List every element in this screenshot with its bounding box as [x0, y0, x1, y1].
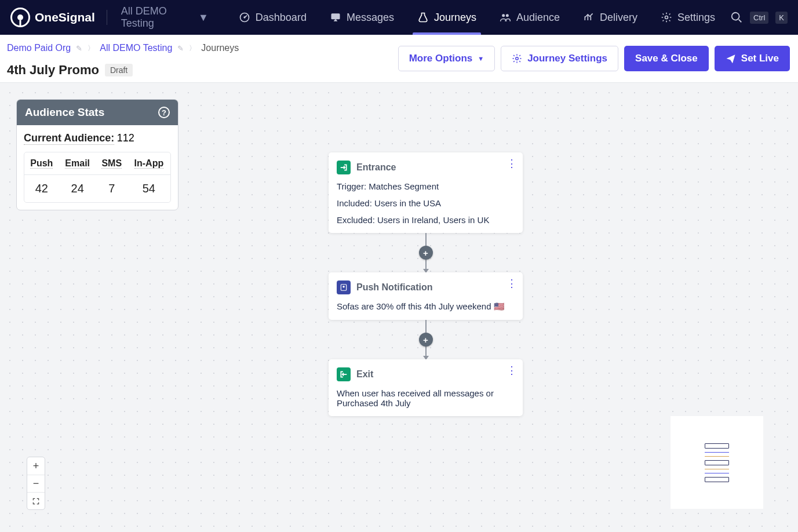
status-badge: Draft [105, 64, 133, 76]
nav-messages[interactable]: Messages [318, 0, 406, 35]
current-audience-label: Current Audience: [24, 132, 114, 145]
flask-icon [417, 12, 429, 23]
col-push: Push [30, 158, 53, 169]
help-icon[interactable]: ? [158, 107, 170, 118]
brand-name: OneSignal [35, 10, 95, 24]
node-menu-icon[interactable]: ⋮ [507, 278, 517, 289]
minimap[interactable] [671, 416, 763, 509]
minimap-node [705, 443, 729, 449]
gear-icon [661, 12, 672, 23]
fullscreen-button[interactable] [27, 492, 45, 509]
add-step-button[interactable]: + [419, 246, 433, 260]
node-push-title: Push Notification [356, 282, 433, 293]
col-email: Email [65, 158, 90, 169]
push-icon [337, 280, 351, 294]
node-entrance-title: Entrance [356, 162, 396, 173]
top-navbar: OneSignal All DEMO Testing ▼ Dashboard M… [0, 0, 798, 35]
chevron-right-icon: 〉 [88, 43, 94, 53]
node-entrance[interactable]: ⋮ Entrance Trigger: Matches Segment Incl… [329, 152, 523, 233]
nav-delivery[interactable]: Delivery [571, 0, 649, 35]
journey-settings-button[interactable]: Journey Settings [501, 46, 618, 71]
exit-icon [337, 367, 351, 381]
journey-settings-label: Journey Settings [527, 53, 607, 64]
more-options-button[interactable]: More Options ▼ [398, 46, 495, 71]
save-close-label: Save & Close [635, 53, 698, 64]
svg-point-6 [732, 13, 739, 20]
nav-settings[interactable]: Settings [649, 0, 727, 35]
audience-channels-table: Push Email SMS In-App 42 24 7 54 [24, 152, 171, 203]
breadcrumb-org[interactable]: Demo Paid Org [7, 43, 71, 53]
app-selector-dropdown[interactable]: All DEMO Testing ▼ [116, 2, 213, 33]
nav-audience-label: Audience [516, 12, 560, 24]
set-live-button[interactable]: Set Live [715, 46, 790, 71]
nav-journeys-label: Journeys [434, 12, 476, 24]
save-close-button[interactable]: Save & Close [624, 46, 709, 71]
edit-icon[interactable]: ✎ [177, 44, 184, 53]
chat-icon [330, 12, 341, 23]
svg-point-9 [342, 286, 345, 288]
minimap-node [705, 456, 729, 457]
minimap-node [705, 473, 729, 473]
node-menu-icon[interactable]: ⋮ [507, 365, 517, 376]
journey-canvas[interactable]: Audience Stats ? Current Audience: 112 P… [0, 83, 798, 532]
chevron-down-icon: ▼ [198, 12, 209, 24]
nav-journeys[interactable]: Journeys [406, 0, 488, 35]
chevron-right-icon: 〉 [189, 43, 196, 53]
divider [107, 10, 107, 25]
enter-icon [337, 161, 351, 174]
edit-icon[interactable]: ✎ [76, 44, 82, 53]
entrance-excluded: Excluded: Users in Ireland, Users in UK [337, 215, 515, 225]
entrance-trigger: Trigger: Matches Segment [337, 181, 515, 191]
paper-plane-icon [726, 53, 736, 64]
val-email: 24 [59, 175, 96, 202]
minimap-node [705, 452, 729, 453]
svg-rect-2 [331, 13, 340, 19]
nav-delivery-label: Delivery [600, 12, 637, 24]
zoom-controls: + − [27, 457, 45, 510]
zoom-in-button[interactable]: + [27, 457, 45, 475]
entrance-included: Included: Users in the USA [337, 198, 515, 208]
minimap-node [705, 477, 729, 482]
node-exit[interactable]: ⋮ Exit When user has received all messag… [329, 359, 523, 416]
val-inapp: 54 [127, 175, 170, 202]
onesignal-logo-icon [10, 8, 30, 27]
val-push: 42 [24, 175, 59, 202]
app-selector-label: All DEMO Testing [121, 5, 192, 30]
svg-point-3 [502, 14, 505, 17]
shortcut-k: K [775, 12, 788, 24]
set-live-label: Set Live [741, 53, 779, 64]
page-title: 4th July Promo [7, 63, 99, 78]
nav-dashboard-label: Dashboard [256, 12, 307, 24]
node-exit-title: Exit [356, 369, 373, 380]
nav-settings-label: Settings [677, 12, 715, 24]
node-menu-icon[interactable]: ⋮ [507, 158, 517, 169]
nav-audience[interactable]: Audience [488, 0, 571, 35]
add-step-button[interactable]: + [419, 333, 433, 347]
push-body: Sofas are 30% off this 4th July weekend … [337, 301, 515, 312]
audience-stats-title: Audience Stats [25, 106, 104, 119]
minimap-node [705, 469, 729, 469]
chevron-down-icon: ▼ [478, 55, 484, 62]
primary-nav: Dashboard Messages Journeys Audience Del… [227, 0, 727, 35]
nav-messages-label: Messages [347, 12, 394, 24]
gauge-icon [239, 12, 250, 23]
page-actions: More Options ▼ Journey Settings Save & C… [398, 46, 790, 71]
svg-point-5 [665, 16, 668, 19]
col-inapp: In-App [134, 158, 164, 169]
connector: + [329, 233, 523, 272]
exit-body: When user has received all messages or P… [337, 388, 515, 408]
brand-logo[interactable]: OneSignal [10, 8, 95, 27]
current-audience-value: 112 [117, 132, 134, 144]
breadcrumb-app[interactable]: All DEMO Testing [100, 43, 172, 53]
node-push[interactable]: ⋮ Push Notification Sofas are 30% off th… [329, 272, 523, 320]
breadcrumb-section[interactable]: Journeys [201, 43, 239, 53]
gear-icon [512, 53, 522, 64]
zoom-out-button[interactable]: − [27, 475, 45, 492]
audience-stats-card: Audience Stats ? Current Audience: 112 P… [16, 99, 178, 210]
shortcut-ctrl: Ctrl [750, 12, 768, 24]
search-icon[interactable] [730, 11, 743, 24]
minimap-node [705, 460, 729, 465]
connector: + [329, 320, 523, 359]
svg-point-1 [243, 16, 245, 18]
nav-dashboard[interactable]: Dashboard [227, 0, 318, 35]
